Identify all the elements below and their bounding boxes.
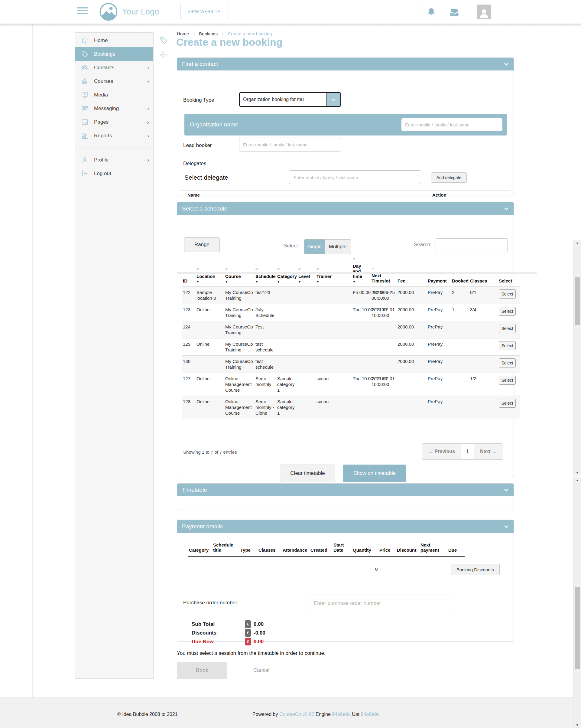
cancel-button[interactable]: Cancel: [253, 667, 269, 673]
booking-type-select[interactable]: Organization booking for mu: [239, 92, 341, 107]
scroll-down-arrow-icon[interactable]: ▼: [574, 724, 581, 727]
sidebar-item-log-out[interactable]: Log out: [75, 167, 153, 180]
breadcrumb-bookings[interactable]: Bookings: [199, 31, 218, 36]
cell-location: [195, 321, 224, 338]
breadcrumb-home[interactable]: Home: [177, 31, 189, 36]
select-schedule-button[interactable]: Select: [499, 399, 516, 408]
sidebar-item-messaging[interactable]: Messaging›: [75, 102, 153, 115]
multiple-toggle-button[interactable]: Multiple: [325, 239, 351, 254]
add-delegate-button[interactable]: Add delegate: [431, 173, 467, 183]
single-toggle-button[interactable]: Single: [304, 239, 325, 254]
filter-dropdown-icon[interactable]: ▼: [298, 280, 314, 283]
scroll-down-arrow-icon[interactable]: ▼: [574, 471, 581, 474]
table-scrollbar-strip[interactable]: [177, 272, 536, 274]
inner-scrollbar[interactable]: ▼ ▼: [573, 240, 581, 476]
filter-dropdown-icon[interactable]: ▼: [255, 280, 275, 283]
scrollbar-thumb[interactable]: [575, 277, 580, 325]
select-schedule-header[interactable]: Select a schedule: [177, 202, 514, 215]
schedule-row-129: 129OnlineMy CourseCo Trainingtest schedu…: [182, 338, 520, 356]
cell-payment: PrePay: [426, 287, 451, 304]
uat-link[interactable]: 94a6e9c: [361, 712, 379, 717]
sort-arrows-icon[interactable]: ▴▾: [353, 257, 369, 263]
logo-icon[interactable]: [99, 2, 118, 22]
payment-details-header[interactable]: Payment details: [177, 520, 514, 533]
chevron-down-icon[interactable]: [504, 489, 509, 492]
pagination-previous[interactable]: ← Previous: [422, 444, 461, 460]
timetable-header[interactable]: Timetable: [177, 484, 514, 496]
cell-level: [297, 396, 315, 419]
cell-course: My CourseCo Training: [224, 338, 254, 356]
pagination-next[interactable]: Next →: [474, 444, 503, 460]
header-shadow: [0, 24, 581, 27]
scroll-up-arrow-icon[interactable]: ▲: [574, 478, 581, 482]
filter-dropdown-icon[interactable]: ▼: [277, 280, 296, 283]
column-label: Day and time: [353, 263, 362, 279]
organization-name-input[interactable]: [402, 118, 502, 131]
filter-dropdown-icon[interactable]: ▼: [225, 280, 253, 283]
cell-trainer: [315, 321, 352, 338]
payment-column-created: Created: [309, 542, 332, 556]
chevron-down-icon[interactable]: [504, 62, 509, 66]
select-arrow-icon[interactable]: [326, 93, 340, 106]
booking-discounts-button[interactable]: Booking Discounts: [451, 564, 500, 575]
single-multiple-toggle: Single Multiple: [304, 239, 351, 254]
view-website-button[interactable]: VIEW WEBSITE: [180, 4, 228, 19]
chevron-down-icon[interactable]: [504, 207, 509, 210]
range-button[interactable]: Range: [184, 237, 220, 252]
select-schedule-title: Select a schedule: [182, 205, 227, 212]
sidebar-item-label: Home: [94, 37, 108, 44]
window-scrollbar[interactable]: ▲ ▼: [573, 477, 581, 728]
filter-dropdown-icon[interactable]: ▼: [196, 280, 223, 283]
search-input[interactable]: [436, 238, 507, 252]
cell-id: 128: [182, 396, 195, 419]
show-on-timetable-button[interactable]: Show on timetable: [343, 465, 406, 482]
cell-trainer: simon: [315, 396, 352, 419]
pagination-page-1[interactable]: 1: [461, 444, 474, 460]
find-contact-header[interactable]: Find a contact: [177, 58, 514, 71]
select-delegate-input[interactable]: [289, 170, 421, 184]
purchase-order-input[interactable]: [309, 595, 451, 612]
sidebar-item-label: Pages: [94, 119, 109, 125]
book-button[interactable]: Book: [177, 662, 227, 679]
scroll-down-arrow-icon[interactable]: ▼: [574, 242, 581, 245]
sidebar-item-courses[interactable]: Courses›: [75, 74, 153, 88]
sidebar-item-home[interactable]: Home: [75, 33, 153, 47]
clear-timetable-button[interactable]: Clear timetable: [280, 465, 335, 482]
sidebar-item-pages[interactable]: Pages›: [75, 115, 153, 129]
select-schedule-button[interactable]: Select: [499, 324, 516, 333]
courseco-link[interactable]: CourseCo v2.62: [279, 712, 314, 717]
sidebar-item-bookings[interactable]: Bookings: [75, 47, 153, 61]
filter-dropdown-icon[interactable]: ▼: [353, 280, 369, 283]
select-schedule-button[interactable]: Select: [499, 375, 516, 385]
user-avatar[interactable]: [477, 4, 491, 19]
select-schedule-button[interactable]: Select: [499, 341, 516, 350]
column-label: Course: [225, 274, 241, 279]
find-contact-title: Find a contact: [182, 61, 218, 68]
sidebar-divider: [75, 148, 153, 148]
select-schedule-button[interactable]: Select: [499, 289, 516, 298]
filter-dropdown-icon[interactable]: ▼: [316, 280, 350, 283]
scrollbar-thumb[interactable]: [575, 587, 580, 669]
page-footer: © Idea Bubble 2008 to 2021 Powered by Co…: [0, 698, 581, 728]
chevron-down-icon[interactable]: [504, 525, 509, 528]
column-label: Location: [196, 274, 216, 279]
tag-shortcut-icon[interactable]: [159, 36, 168, 46]
select-schedule-button[interactable]: Select: [499, 307, 516, 316]
cell-schedule: July Schedule: [254, 304, 276, 321]
engine-link[interactable]: 94a6e9c: [332, 712, 350, 717]
select-schedule-button[interactable]: Select: [499, 358, 516, 367]
sidebar-item-reports[interactable]: Reports›: [75, 129, 153, 142]
cell-fee: 2000.00: [396, 304, 426, 321]
payment-column-type: Type: [239, 542, 257, 556]
lead-booker-input[interactable]: [239, 138, 341, 152]
sidebar-item-contacts[interactable]: Contacts›: [75, 61, 153, 74]
sidebar: HomeBookingsContacts›Courses›MediaMessag…: [75, 32, 154, 679]
cell-day_time: [352, 321, 370, 338]
hamburger-menu-icon[interactable]: [77, 7, 88, 16]
sidebar-item-profile[interactable]: Profile›: [75, 153, 153, 167]
handshake-icon[interactable]: [159, 51, 168, 61]
totals-block: Sub Total€0.00Discounts€-0.00Due Now€0.0…: [192, 620, 266, 646]
notifications-bell-icon[interactable]: [426, 7, 437, 19]
sidebar-item-media[interactable]: Media: [75, 88, 153, 102]
inbox-icon[interactable]: [449, 8, 460, 18]
